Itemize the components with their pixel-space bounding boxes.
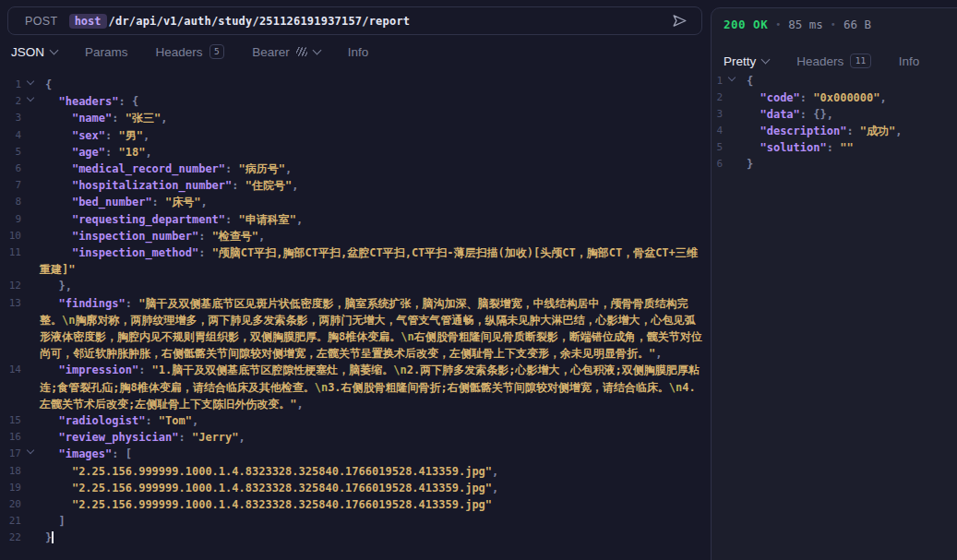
code-text: "medical_record_number": "病历号", [40,161,703,177]
code-line[interactable]: 2 "headers": { [0,93,703,110]
response-tabs: PrettyHeaders11Info [724,48,919,74]
code-line[interactable]: 14 "impression": "1.脑干及双侧基底节区腔隙性梗塞灶，脑萎缩。… [0,362,703,412]
line-number: 2 [712,89,723,106]
tab-headers[interactable]: Headers11 [796,54,870,69]
tab-label: Pretty [724,54,756,68]
line-number: 18 [0,463,21,480]
code-line[interactable]: 7 "hospitalization_number": "住院号", [0,177,703,194]
fold-spacer [21,278,40,282]
code-text: { [741,73,957,89]
chevron-down-icon [50,46,59,55]
line-number: 11 [0,244,21,261]
method-label[interactable]: POST [25,15,58,28]
code-text: "2.25.156.999999.1000.1.4.8323328.325840… [40,480,703,496]
tab-info[interactable]: Info [899,54,920,68]
code-line[interactable]: 4 "sex": "男", [0,127,703,144]
line-number: 5 [0,144,21,161]
code-text: "inspection_number": "检查号", [40,228,703,244]
code-line[interactable]: 3 "name": "张三", [0,110,703,126]
code-text: ] [40,513,703,530]
text-cursor [52,531,54,543]
line-number: 21 [0,513,21,530]
line-number: 14 [0,362,21,378]
code-line[interactable]: 11 "inspection_method": "颅脑CT平扫,胸部CT平扫,盆… [0,244,703,278]
fold-spacer [21,228,40,232]
fold-spacer [21,412,40,417]
code-line[interactable]: 20 "2.25.156.999999.1000.1.4.8323328.325… [0,496,703,513]
fold-spacer [21,244,40,249]
line-number: 20 [0,496,21,513]
url-bar[interactable]: POST host /dr/api/v1/auth/study/25112619… [7,6,702,35]
request-body-editor[interactable]: 1{2 "headers": {3 "name": "张三",4 "sex": … [0,77,703,547]
code-line[interactable]: 17 "images": [ [0,446,703,462]
code-text: "review_physician": "Jerry", [40,429,703,446]
code-line[interactable]: 19 "2.25.156.999999.1000.1.4.8323328.325… [0,480,703,496]
host-variable-chip[interactable]: host [69,14,107,29]
tab-label: JSON [11,45,44,59]
send-button[interactable] [671,12,692,30]
line-number: 13 [0,295,21,312]
code-line[interactable]: 3 "data": {}, [712,106,957,123]
fold-chevron-icon[interactable] [21,446,40,453]
code-line[interactable]: 22} [0,530,703,546]
tab-label: Bearer [252,45,290,59]
line-number: 8 [0,194,21,210]
code-line[interactable]: 12 }, [0,278,703,294]
fold-chevron-icon[interactable] [21,77,40,84]
send-icon [671,12,688,30]
code-line[interactable]: 16 "review_physician": "Jerry", [0,429,703,446]
tab-bearer[interactable]: Bearer [252,45,320,59]
code-text: "bed_number": "床号", [40,194,703,210]
tab-json[interactable]: JSON [11,45,57,59]
code-line[interactable]: 18 "2.25.156.999999.1000.1.4.8323328.325… [0,463,703,480]
tab-pretty[interactable]: Pretty [724,54,769,68]
tab-label: Info [348,45,369,59]
tab-label: Params [85,45,128,59]
tab-params[interactable]: Params [85,45,128,59]
code-line[interactable]: 6 "medical_record_number": "病历号", [0,161,703,177]
response-time: 85 ms [788,18,823,31]
response-body-editor[interactable]: 1{2 "code": "0x000000",3 "data": {},4 "d… [712,73,957,173]
code-line[interactable]: 15 "radiologist": "Tom", [0,412,703,429]
code-line[interactable]: 1{ [0,77,703,93]
fold-chevron-icon[interactable] [723,73,741,80]
separator-dot: • [831,19,836,30]
fold-spacer [21,295,40,300]
code-line[interactable]: 13 "findings": "脑干及双侧基底节区见斑片状低密度影，脑室系统扩张… [0,295,703,363]
line-number: 2 [0,93,21,110]
line-number: 3 [712,106,723,123]
code-text: "inspection_method": "颅脑CT平扫,胸部CT平扫,盆腔CT… [40,244,703,278]
line-number: 1 [712,73,723,89]
code-line[interactable]: 10 "inspection_number": "检查号", [0,228,703,244]
code-line[interactable]: 5 "solution": "" [712,139,957,156]
code-line[interactable]: 8 "bed_number": "床号", [0,194,703,210]
fold-chevron-icon[interactable] [21,93,40,101]
code-text: "name": "张三", [40,110,703,126]
line-number: 4 [0,127,21,144]
fold-spacer [723,106,741,111]
code-text: } [741,156,957,173]
line-number: 1 [0,77,21,93]
code-line[interactable]: 2 "code": "0x000000", [712,89,957,106]
tab-headers[interactable]: Headers5 [156,44,225,60]
fold-spacer [21,463,40,468]
code-line[interactable]: 1{ [712,73,957,89]
code-text: "age": "18", [40,144,703,161]
code-line[interactable]: 6} [712,156,957,173]
auth-disabled-icon [296,47,307,56]
code-line[interactable]: 9 "requesting_department": "申请科室", [0,211,703,228]
code-line[interactable]: 5 "age": "18", [0,144,703,161]
code-line[interactable]: 21 ] [0,513,703,530]
fold-spacer [21,513,40,518]
line-number: 3 [0,110,21,126]
code-text: } [40,530,703,546]
url-input[interactable]: /dr/api/v1/auth/study/251126191937157/re… [109,15,411,28]
app-window: { "request": { "method": "POST", "host_v… [0,0,957,560]
tab-label: Headers [796,54,843,68]
fold-spacer [21,194,40,198]
tab-info[interactable]: Info [348,45,369,59]
fold-spacer [21,530,40,534]
fold-spacer [723,123,741,127]
fold-spacer [21,110,40,114]
code-line[interactable]: 4 "description": "成功", [712,123,957,139]
